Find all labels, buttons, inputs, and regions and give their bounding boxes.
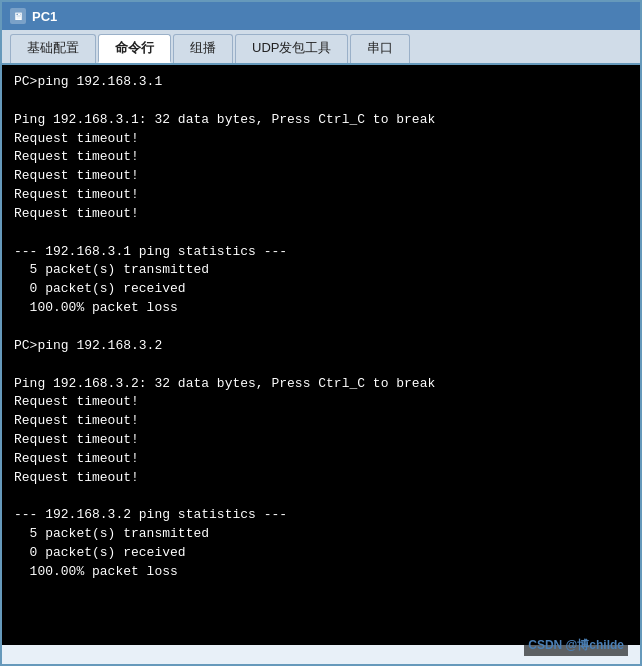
terminal-output[interactable]: PC>ping 192.168.3.1 Ping 192.168.3.1: 32… [2, 65, 640, 645]
terminal-wrapper: PC>ping 192.168.3.1 Ping 192.168.3.1: 32… [2, 65, 640, 664]
window-icon: 🖥 [10, 8, 26, 24]
title-bar: 🖥 PC1 [2, 2, 640, 30]
watermark: CSDN @博childe [524, 635, 628, 656]
tab-serial[interactable]: 串口 [350, 34, 410, 63]
tab-multicast[interactable]: 组播 [173, 34, 233, 63]
tab-bar: 基础配置 命令行 组播 UDP发包工具 串口 [2, 30, 640, 65]
tab-cmd[interactable]: 命令行 [98, 34, 171, 63]
tab-udp[interactable]: UDP发包工具 [235, 34, 348, 63]
tab-basic[interactable]: 基础配置 [10, 34, 96, 63]
window-title: PC1 [32, 9, 57, 24]
main-window: 🖥 PC1 基础配置 命令行 组播 UDP发包工具 串口 PC>ping 192… [0, 0, 642, 666]
